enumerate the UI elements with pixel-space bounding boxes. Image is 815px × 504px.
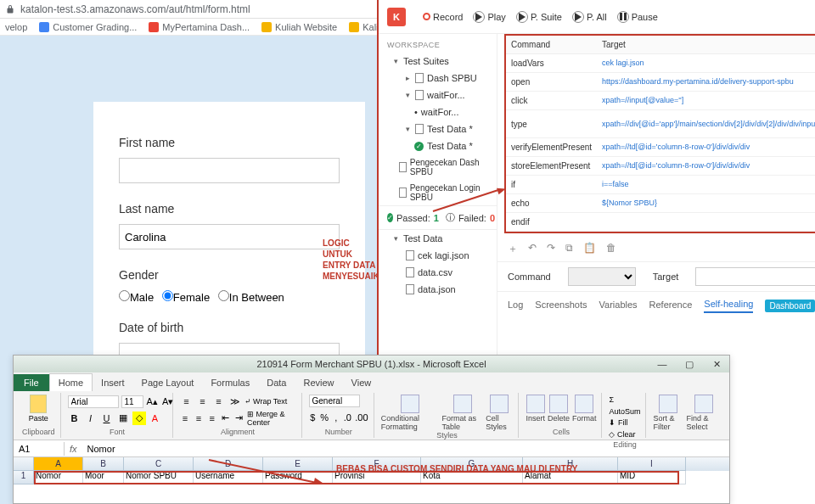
merge-center-button[interactable]: ⊞ Merge & Center <box>247 410 296 427</box>
tree-cek-lagi[interactable]: cek lagi.json <box>379 247 497 264</box>
delete-cells-button[interactable]: Delete <box>548 395 570 423</box>
clear-button[interactable]: ◇ Clear <box>609 429 640 441</box>
tab-insert[interactable]: Insert <box>93 374 133 391</box>
tab-self-healing[interactable]: Self-healing <box>704 299 753 313</box>
column-header[interactable]: E <box>263 457 333 471</box>
align-top-icon[interactable]: ≡ <box>180 395 194 408</box>
increase-font-icon[interactable]: A▴ <box>146 395 159 408</box>
font-size-select[interactable] <box>121 395 143 408</box>
bookmark-item[interactable]: Customer Grading... <box>39 22 137 32</box>
number-format-select[interactable] <box>309 395 360 407</box>
tab-reference[interactable]: Reference <box>649 300 693 312</box>
dec-decimal-icon[interactable]: .00 <box>355 411 368 424</box>
find-select-button[interactable]: Find & Select <box>686 395 721 431</box>
bookmark-item[interactable]: velop <box>5 22 27 32</box>
bold-button[interactable]: B <box>68 412 82 425</box>
cell[interactable]: Nomor <box>34 471 83 484</box>
tree-waitfor-child[interactable]: • waitFor... <box>379 104 497 120</box>
command-row[interactable]: endif <box>506 213 815 232</box>
gender-male-radio[interactable] <box>119 290 130 301</box>
fill-color-icon[interactable]: ◇ <box>132 412 146 425</box>
target-input[interactable] <box>695 267 815 286</box>
tree-testdata-folder[interactable]: Test Data * <box>379 120 497 137</box>
play-all-button[interactable]: P. All <box>572 11 607 23</box>
gender-female-radio[interactable] <box>162 290 173 301</box>
italic-button[interactable]: I <box>84 412 98 425</box>
tab-view[interactable]: View <box>343 374 380 391</box>
tab-screenshots[interactable]: Screenshots <box>535 300 587 312</box>
url-text[interactable]: katalon-test.s3.amazonaws.com/aut/html/f… <box>20 3 250 15</box>
first-name-input[interactable] <box>119 158 340 183</box>
command-row[interactable]: ifi==false <box>506 176 815 194</box>
tab-home[interactable]: Home <box>49 373 93 391</box>
delete-icon[interactable]: 🗑 <box>606 242 616 256</box>
column-header[interactable]: B <box>83 457 124 471</box>
font-name-select[interactable] <box>68 395 119 408</box>
tree-dash-spbu[interactable]: Dash SPBU <box>379 70 497 87</box>
column-header[interactable]: A <box>34 457 83 471</box>
format-as-table-button[interactable]: Format as Table <box>441 395 483 431</box>
undo-icon[interactable]: ↶ <box>528 242 537 256</box>
cell[interactable]: Nomor SPBU <box>124 471 194 484</box>
maximize-icon[interactable]: ▢ <box>680 358 699 370</box>
fill-button[interactable]: ⬇ Fill <box>609 417 640 429</box>
cell[interactable]: MID <box>618 471 686 484</box>
command-row[interactable]: verifyElementPresentxpath=//td[@id='colu… <box>506 138 815 157</box>
tree-data-json[interactable]: data.json <box>379 281 497 298</box>
column-header[interactable]: C <box>124 457 194 471</box>
tab-page-layout[interactable]: Page Layout <box>133 374 203 391</box>
pause-button[interactable]: Pause <box>617 11 658 23</box>
name-box[interactable]: A1 <box>14 442 65 456</box>
row-header[interactable]: 1 <box>14 471 34 484</box>
fx-icon[interactable]: fx <box>65 444 82 454</box>
tree-pengecekan-login[interactable]: Pengecekan Login SPBU <box>379 180 497 205</box>
play-button[interactable]: Play <box>473 11 505 23</box>
minimize-icon[interactable]: — <box>653 358 672 370</box>
cell[interactable]: Username <box>194 471 263 484</box>
play-suite-button[interactable]: P. Suite <box>516 11 562 23</box>
tree-data-csv[interactable]: data.csv <box>379 264 497 281</box>
format-cells-button[interactable]: Format <box>572 395 597 423</box>
tree-test-data[interactable]: Test Data <box>379 230 497 247</box>
tab-data[interactable]: Data <box>258 374 295 391</box>
tab-variables[interactable]: Variables <box>599 300 638 312</box>
tab-log[interactable]: Log <box>508 300 523 312</box>
record-button[interactable]: Record <box>423 12 463 22</box>
file-tab[interactable]: File <box>14 374 49 391</box>
command-row[interactable]: openhttps://dashboard.my-pertamina.id/de… <box>506 73 815 92</box>
currency-icon[interactable]: $ <box>309 411 318 424</box>
conditional-formatting-button[interactable]: Conditional Formatting <box>381 395 440 431</box>
decrease-font-icon[interactable]: A▾ <box>161 395 174 408</box>
insert-cells-button[interactable]: Insert <box>526 395 545 423</box>
cell[interactable]: Moor <box>83 471 124 484</box>
cell-styles-button[interactable]: Cell Styles <box>486 395 513 431</box>
wrap-text-button[interactable]: ⤶ Wrap Text <box>244 397 288 406</box>
paste-button[interactable]: Paste <box>22 395 55 423</box>
align-center-icon[interactable]: ≡ <box>193 412 204 425</box>
gender-inbetween-radio[interactable] <box>218 290 229 301</box>
tree-pengecekan-dash[interactable]: Pengecekan Dash SPBU <box>379 154 497 180</box>
command-row[interactable]: loadVarscek lagi.json <box>506 54 815 73</box>
align-right-icon[interactable]: ≡ <box>206 412 217 425</box>
tree-waitfor[interactable]: waitFor... <box>379 87 497 104</box>
comma-icon[interactable]: , <box>332 411 340 424</box>
command-row[interactable]: echo${Nomor SPBU} <box>506 194 815 213</box>
command-row[interactable]: typexpath=//div[@id='app']/main/section/… <box>506 110 815 138</box>
copy-icon[interactable]: ⧉ <box>565 242 573 256</box>
bookmark-item[interactable]: MyPertamina Dash... <box>149 22 250 32</box>
bookmark-item[interactable]: Kuliah Website <box>261 22 337 32</box>
command-select[interactable] <box>568 267 636 286</box>
align-bot-icon[interactable]: ≡ <box>212 395 226 408</box>
tab-dashboard[interactable]: Dashboard <box>765 300 815 312</box>
sort-filter-button[interactable]: Sort & Filter <box>653 395 683 431</box>
align-mid-icon[interactable]: ≡ <box>196 395 210 408</box>
column-header[interactable]: I <box>618 457 686 471</box>
align-left-icon[interactable]: ≡ <box>180 412 191 425</box>
tree-testdata-file[interactable]: ✓Test Data * <box>379 137 497 154</box>
redo-icon[interactable]: ↷ <box>547 242 555 256</box>
close-icon[interactable]: ✕ <box>707 358 726 370</box>
underline-button[interactable]: U <box>100 412 114 425</box>
font-color-icon[interactable]: A <box>149 412 162 425</box>
last-name-input[interactable] <box>119 224 340 249</box>
command-row[interactable]: clickxpath=//input[@value=''] <box>506 92 815 110</box>
